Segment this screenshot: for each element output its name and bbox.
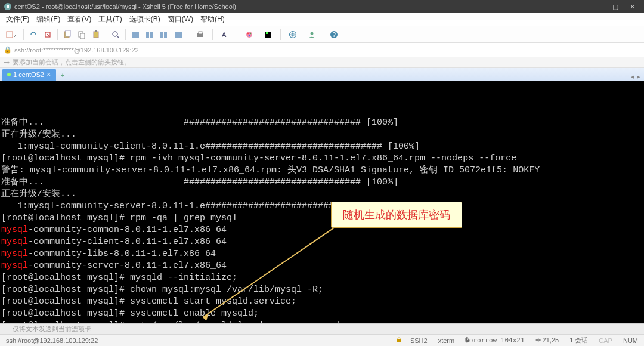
terminal-line: [root@localhost mysql]# mysqld --initial… — [1, 272, 643, 284]
help-button[interactable]: ? — [327, 28, 340, 41]
terminal-pane[interactable]: 随机生成的数据库密码 准备中... ######################… — [0, 81, 644, 323]
hint-text: 要添加当前会话，点击左侧的箭头按钮。 — [13, 58, 131, 67]
session-tab[interactable]: 1 centOS2 ✕ — [2, 69, 56, 81]
toolbar-separator — [237, 29, 237, 40]
svg-point-25 — [246, 32, 252, 38]
svg-rect-21 — [175, 32, 182, 38]
layout-grid-button[interactable] — [157, 28, 171, 41]
hint-bar: ⮕ 要添加当前会话，点击左侧的箭头按钮。 — [0, 57, 644, 68]
terminal-line: 警告: mysql-community-server-8.0.11-1.el7.… — [1, 165, 643, 177]
svg-rect-10 — [95, 30, 97, 32]
compose-checkbox[interactable] — [4, 326, 10, 332]
menu-tabs[interactable]: 选项卡(B) — [126, 13, 164, 26]
window-controls: ─ ▢ ✕ — [590, 1, 640, 13]
compose-text: 仅将文本发送到当前选项卡 — [13, 325, 91, 333]
svg-line-4 — [45, 32, 50, 37]
status-cap: CAP — [596, 337, 615, 344]
svg-rect-19 — [160, 35, 163, 38]
minimize-button[interactable]: ─ — [590, 1, 607, 13]
status-term: xterm — [436, 337, 457, 344]
hint-arrow-icon[interactable]: ⮕ — [4, 59, 10, 66]
status-sessions: 1 会话 — [567, 336, 590, 345]
svg-rect-14 — [132, 35, 139, 38]
svg-rect-6 — [66, 30, 70, 36]
window-title: centOS2 - root@localhost:/usr/local/mysq… — [14, 3, 236, 10]
toolbar-separator — [23, 29, 24, 40]
svg-point-32 — [311, 32, 314, 35]
lock-icon: 🔒 — [4, 46, 12, 54]
menu-edit[interactable]: 编辑(E) — [33, 13, 64, 26]
maximize-button[interactable]: ▢ — [607, 1, 624, 13]
disconnect-button[interactable] — [41, 28, 54, 41]
tabstrip-next-icon[interactable]: ▸ — [637, 73, 640, 81]
tab-add-button[interactable]: + — [57, 70, 68, 81]
tabstrip-prev-icon[interactable]: ◂ — [631, 73, 634, 81]
tab-close-icon[interactable]: ✕ — [47, 72, 51, 78]
print-button[interactable] — [191, 28, 209, 41]
svg-point-26 — [247, 32, 249, 33]
copy-button[interactable] — [75, 28, 88, 41]
toolbar-separator — [125, 29, 126, 40]
status-size: �ororrow 104x21 — [463, 336, 527, 344]
properties-button[interactable] — [61, 28, 74, 41]
font-button[interactable]: A — [216, 28, 234, 41]
svg-line-12 — [117, 36, 119, 38]
menu-tools[interactable]: 工具(T) — [95, 13, 125, 26]
status-num: NUM — [621, 337, 640, 344]
svg-rect-13 — [132, 32, 139, 35]
terminal-line: 正在升级/安装... — [1, 189, 643, 200]
svg-rect-8 — [80, 33, 85, 39]
terminal-line: 1:mysql-community-client-8.0.11-1.e#####… — [1, 141, 643, 153]
menu-window[interactable]: 窗口(W) — [164, 13, 197, 26]
status-connection: ssh://root@192.168.100.129:22 — [4, 337, 100, 344]
tab-strip: 1 centOS2 ✕ + ◂ ▸ — [0, 68, 644, 81]
terminal-line: [root@localhost mysql]# systemctl enable… — [1, 308, 643, 320]
annotation-callout: 随机生成的数据库密码 — [331, 202, 462, 228]
svg-rect-16 — [150, 32, 153, 38]
terminal-line: 准备中... #################################… — [1, 177, 643, 189]
close-button[interactable]: ✕ — [624, 1, 640, 13]
encoding-button[interactable] — [284, 28, 302, 41]
address-text: ssh://root:************@192.168.100.129:… — [14, 47, 139, 54]
svg-point-28 — [249, 35, 250, 36]
tab-strip-right: ◂ ▸ — [631, 73, 644, 81]
status-cursor: ✛ 21,25 — [533, 336, 562, 344]
address-bar[interactable]: 🔒 ssh://root:************@192.168.100.12… — [0, 43, 644, 57]
toolbar: A ? — [0, 26, 644, 43]
terminal-line: mysql-community-libs-8.0.11-1.el7.x86_64 — [1, 248, 643, 260]
terminal-line: mysql-community-server-8.0.11-1.el7.x86_… — [1, 260, 643, 272]
layout-v-button[interactable] — [143, 28, 156, 41]
menu-view[interactable]: 查看(V) — [64, 13, 95, 26]
menu-help[interactable]: 帮助(H) — [197, 13, 228, 26]
toolbar-separator — [324, 29, 324, 40]
terminal-line: 准备中... #################################… — [1, 117, 643, 129]
reconnect-button[interactable] — [27, 28, 40, 41]
svg-rect-37 — [397, 339, 401, 342]
svg-rect-18 — [164, 32, 167, 35]
toolbar-separator — [212, 29, 213, 40]
status-ssh: SSH2 — [408, 337, 430, 344]
tab-status-dot — [7, 73, 11, 76]
paste-button[interactable] — [89, 28, 103, 41]
svg-rect-30 — [266, 32, 268, 34]
find-button[interactable] — [109, 28, 122, 41]
svg-text:?: ? — [333, 32, 336, 38]
svg-rect-17 — [160, 32, 163, 35]
terminal-line: [root@localhost mysql]# cat /var/log/mys… — [1, 320, 643, 323]
terminal-line: [root@localhost mysql]# systemctl start … — [1, 296, 643, 308]
terminal-line: [root@localhost mysql]# rpm -qa | grep m… — [1, 212, 643, 224]
user-button[interactable] — [303, 28, 321, 41]
svg-rect-15 — [146, 32, 149, 38]
palette-button[interactable] — [240, 28, 258, 41]
layout-h-button[interactable] — [129, 28, 142, 41]
menu-file[interactable]: 文件(F) — [2, 13, 33, 26]
callout-text: 随机生成的数据库密码 — [343, 209, 450, 221]
terminal-line: mysql-community-common-8.0.11-1.el7.x86_… — [1, 224, 643, 236]
palette2-button[interactable] — [259, 28, 277, 41]
svg-point-11 — [113, 32, 117, 36]
terminal-line: [root@localhost mysql]# rpm -ivh mysql-c… — [1, 153, 643, 165]
app-icon — [4, 2, 12, 11]
toolbar-separator — [188, 29, 188, 40]
layout-single-button[interactable] — [172, 28, 185, 41]
new-session-button[interactable] — [2, 28, 20, 41]
